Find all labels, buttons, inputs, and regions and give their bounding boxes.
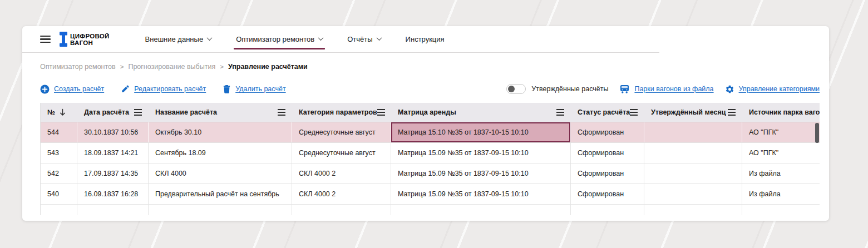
column-menu-icon[interactable] — [728, 109, 736, 115]
nav-item-active[interactable]: Оптимизатор ремонтов — [224, 26, 335, 52]
table-row[interactable]: 54217.09.1837 14:35СКЛ 4000СКЛ 4000 2Мат… — [41, 163, 820, 184]
table-cell[interactable]: Сентябрь 18.09 — [149, 143, 292, 163]
column-header[interactable]: Дата расчёта — [77, 103, 149, 122]
table-cell[interactable]: 17.09.1837 14:35 — [77, 163, 149, 183]
table-cell[interactable]: 30.10.1837 10:56 — [77, 122, 149, 142]
toolbar: Создать расчёт Редактировать расчёт У — [40, 84, 820, 94]
toggle-knob — [508, 86, 515, 92]
table-cell[interactable] — [391, 205, 571, 215]
table-cell[interactable]: Сформирован — [571, 143, 644, 163]
table-row[interactable]: 54016.09.1837 16:28Предварительный расчё… — [41, 184, 820, 205]
table-cell[interactable]: 540 — [41, 184, 77, 204]
sort-descending-icon[interactable] — [59, 108, 66, 116]
table-cell[interactable]: Сформирован — [571, 122, 644, 142]
table-cell[interactable]: Матрица 15.09 №35 от 1837-09-15 10:10 — [391, 184, 571, 204]
column-header-label: № — [47, 108, 55, 116]
column-menu-icon[interactable] — [134, 109, 142, 115]
table-cell[interactable]: Сформирован — [571, 184, 644, 204]
column-header[interactable]: Название расчёта — [149, 103, 292, 122]
create-calculation-button[interactable]: Создать расчёт — [40, 85, 104, 94]
table-cell[interactable]: 18.09.1837 14:21 — [77, 143, 149, 163]
table-cell[interactable]: Октябрь 30.10 — [149, 122, 292, 142]
delete-calculation-label: Удалить расчёт — [235, 85, 285, 93]
logo-line1: ЦИФРОВОЙ — [70, 33, 110, 39]
app-logo[interactable]: ЦИФРОВОЙ ВАГОН — [60, 32, 110, 47]
nav-item-link[interactable]: Внешние данные — [133, 26, 224, 52]
column-header[interactable]: Категория параметров — [292, 103, 391, 122]
column-menu-icon[interactable] — [630, 109, 638, 115]
nav-item-link[interactable]: Отчёты — [335, 26, 393, 52]
column-header-label: Дата расчёта — [84, 108, 129, 116]
table-cell[interactable] — [644, 205, 742, 215]
column-menu-icon[interactable] — [278, 109, 285, 115]
breadcrumb-item[interactable]: Оптимизатор ремонтов — [40, 63, 116, 71]
table-cell[interactable] — [41, 205, 77, 215]
table-cell[interactable]: 542 — [41, 163, 77, 183]
table-cell[interactable]: Предварительный расчёт на сентябрь — [149, 184, 292, 204]
column-header[interactable]: Статус расчёта — [571, 103, 644, 122]
chevron-down-icon — [207, 35, 213, 41]
column-header[interactable]: № — [41, 103, 77, 122]
column-header[interactable]: Матрица аренды — [391, 103, 571, 122]
table-cell[interactable]: Среднесуточные август — [292, 143, 391, 163]
create-calculation-label: Создать расчёт — [54, 85, 104, 93]
table-cell[interactable] — [644, 143, 742, 163]
app-window: ЦИФРОВОЙ ВАГОН Внешние данныеОптимизатор… — [22, 26, 829, 221]
delete-calculation-button[interactable]: Удалить расчёт — [223, 85, 285, 93]
table-cell[interactable]: Сформирован — [571, 163, 644, 183]
table-cell[interactable]: Из файла — [742, 184, 820, 204]
edit-calculation-button[interactable]: Редактировать расчёт — [121, 85, 206, 93]
table-cell[interactable]: АО "ПГК" — [742, 143, 820, 163]
vertical-scrollbar[interactable] — [815, 123, 819, 143]
plus-circle-icon — [40, 85, 50, 94]
table-cell[interactable]: Из файла — [742, 163, 820, 183]
column-menu-icon[interactable] — [377, 109, 385, 115]
gear-icon — [725, 85, 734, 94]
table-cell[interactable] — [77, 205, 149, 215]
menu-icon[interactable] — [40, 36, 51, 43]
table-cell[interactable]: АО "ПГК" — [742, 122, 820, 142]
column-header-label: Название расчёта — [155, 108, 217, 116]
toolbar-actions: Создать расчёт Редактировать расчёт У — [40, 85, 286, 94]
table-cell[interactable]: Матрица 15.09 №35 от 1837-09-15 10:10 — [391, 143, 571, 163]
column-header[interactable]: Утверждённый месяц — [644, 103, 742, 122]
table-cell[interactable]: Матрица 15.09 №35 от 1837-09-15 10:10 — [391, 163, 571, 183]
table-cell[interactable] — [571, 205, 644, 215]
manage-categories-link[interactable]: Управление категориями — [725, 85, 820, 94]
table-cell[interactable] — [644, 184, 742, 204]
column-menu-icon[interactable] — [556, 109, 564, 115]
table-cell[interactable]: 543 — [41, 143, 77, 163]
table-cell[interactable]: 16.09.1837 16:28 — [77, 184, 149, 204]
trash-icon — [223, 85, 231, 93]
table-cell[interactable] — [149, 205, 292, 215]
nav-item-label: Оптимизатор ремонтов — [236, 35, 314, 43]
column-header-label: Матрица аренды — [398, 108, 456, 116]
table-cell[interactable]: СКЛ 4000 2 — [292, 163, 391, 183]
table-row[interactable]: 54318.09.1837 14:21Сентябрь 18.09Среднес… — [41, 143, 820, 163]
table-row[interactable] — [41, 205, 820, 215]
chevron-down-icon — [318, 35, 324, 41]
table-cell[interactable]: Среднесуточные август — [292, 122, 391, 142]
table-cell[interactable]: Матрица 15.10 №35 от 1837-10-15 10:10 — [391, 122, 571, 142]
approved-calculations-toggle[interactable] — [506, 84, 526, 94]
calculations-table: №Дата расчётаНазвание расчётаКатегория п… — [40, 103, 820, 215]
nav-item-label: Инструкция — [406, 35, 445, 43]
nav-item-link[interactable]: Инструкция — [393, 26, 457, 52]
nav-divider — [22, 52, 659, 53]
table-cell[interactable] — [644, 163, 742, 183]
table-cell[interactable]: СКЛ 4000 2 — [292, 184, 391, 204]
breadcrumb-item[interactable]: Прогнозирование выбытия — [128, 63, 215, 71]
pencil-icon — [121, 85, 130, 93]
column-header[interactable]: Источник парка вагонов — [742, 103, 820, 122]
table-cell[interactable]: 544 — [41, 122, 77, 142]
wagon-parks-from-file-link[interactable]: Парки вагонов из файла — [619, 85, 713, 94]
table-cell[interactable] — [292, 205, 391, 215]
breadcrumb: Оптимизатор ремонтов>Прогнозирование выб… — [40, 63, 829, 71]
table-row[interactable]: 54430.10.1837 10:56Октябрь 30.10Среднесу… — [41, 122, 820, 143]
table-cell[interactable] — [742, 205, 820, 215]
logo-line2: ВАГОН — [70, 39, 93, 46]
table-cell[interactable]: СКЛ 4000 — [149, 163, 292, 183]
table-cell[interactable] — [644, 122, 742, 142]
wagon-parks-from-file-label: Парки вагонов из файла — [634, 85, 713, 93]
table-header-row: №Дата расчётаНазвание расчётаКатегория п… — [41, 103, 820, 122]
